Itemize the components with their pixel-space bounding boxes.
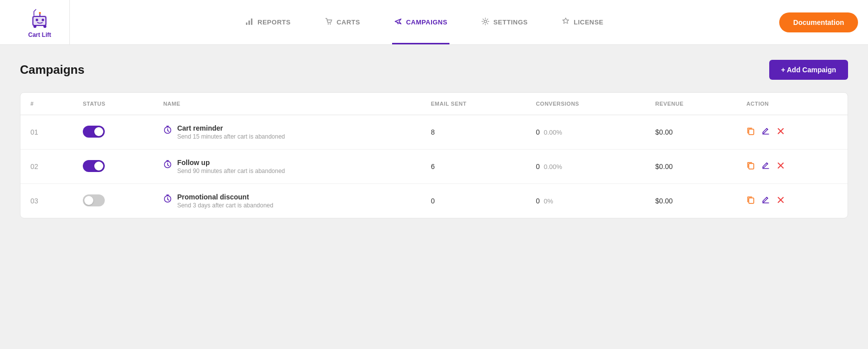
- main-content: Campaigns + Add Campaign # STATUS NAME E…: [0, 45, 868, 233]
- documentation-button[interactable]: Documentation: [779, 12, 858, 32]
- nav-links: REPORTS CARTS CAMPAIGNS: [70, 0, 779, 44]
- cell-conversions-2: 0 0%: [526, 184, 645, 218]
- svg-rect-9: [248, 20, 250, 25]
- campaign-subtitle-2: Send 3 days after cart is abandoned: [177, 202, 273, 209]
- cell-status-1: [73, 150, 153, 184]
- table-body: 01 Cart reminder Send 15: [20, 115, 848, 218]
- logo-icon: [28, 6, 52, 30]
- carts-icon: [325, 17, 333, 27]
- edit-button-1[interactable]: [761, 161, 770, 172]
- license-icon: [562, 17, 570, 27]
- svg-point-7: [43, 25, 46, 28]
- table-row: 03 Promotional discount S: [20, 184, 848, 218]
- cell-email-sent-2: 0: [421, 184, 526, 218]
- col-header-status: STATUS: [73, 93, 153, 115]
- revenue-value-1: $0.00: [655, 163, 673, 171]
- timer-icon-0: [163, 125, 172, 136]
- cell-revenue-2: $0.00: [646, 184, 737, 218]
- add-campaign-button[interactable]: + Add Campaign: [769, 60, 848, 80]
- cell-status-2: [73, 184, 153, 218]
- revenue-value-2: $0.00: [655, 197, 673, 205]
- col-header-conversions: CONVERSIONS: [526, 93, 645, 115]
- nav-item-campaigns[interactable]: CAMPAIGNS: [392, 0, 449, 44]
- cell-num-2: 03: [20, 184, 73, 218]
- cell-revenue-0: $0.00: [646, 115, 737, 150]
- cell-num-0: 01: [20, 115, 73, 150]
- nav-item-carts[interactable]: CARTS: [323, 0, 362, 44]
- campaigns-icon: [394, 17, 402, 27]
- page-title: Campaigns: [20, 63, 84, 77]
- delete-button-1[interactable]: [776, 161, 785, 172]
- conversions-pct-0: 0.00%: [544, 129, 562, 136]
- table-header: # STATUS NAME EMAIL SENT CONVERSIONS REV…: [20, 93, 848, 115]
- timer-icon-1: [163, 160, 172, 171]
- cell-action-1: [736, 150, 848, 184]
- col-header-action: ACTION: [736, 93, 848, 115]
- svg-point-6: [33, 25, 36, 28]
- cell-email-sent-0: 8: [421, 115, 526, 150]
- delete-button-0[interactable]: [776, 127, 785, 138]
- svg-point-2: [35, 18, 38, 21]
- svg-rect-10: [251, 18, 252, 25]
- settings-icon: [481, 17, 489, 27]
- table-row: 02 Follow up Send 90 minu: [20, 150, 848, 184]
- cell-num-1: 02: [20, 150, 73, 184]
- campaigns-table: # STATUS NAME EMAIL SENT CONVERSIONS REV…: [20, 93, 848, 218]
- cell-conversions-0: 0 0.00%: [526, 115, 645, 150]
- svg-point-13: [484, 20, 486, 22]
- campaign-title-0: Cart reminder: [177, 124, 285, 132]
- table-header-row: # STATUS NAME EMAIL SENT CONVERSIONS REV…: [20, 93, 848, 115]
- status-toggle-0[interactable]: [83, 126, 105, 138]
- conversions-count-2: 0: [536, 197, 540, 205]
- svg-point-12: [329, 23, 330, 24]
- col-header-revenue: REVENUE: [646, 93, 737, 115]
- top-navigation: Cart Lift REPORTS CARTS: [0, 0, 868, 45]
- svg-rect-0: [32, 15, 47, 26]
- cell-name-0: Cart reminder Send 15 minutes after cart…: [153, 115, 421, 150]
- conversions-count-0: 0: [536, 128, 540, 136]
- svg-rect-15: [749, 129, 754, 135]
- copy-button-1[interactable]: [746, 161, 755, 172]
- cell-conversions-1: 0 0.00%: [526, 150, 645, 184]
- cell-email-sent-1: 6: [421, 150, 526, 184]
- svg-rect-8: [246, 22, 247, 25]
- col-header-num: #: [20, 93, 73, 115]
- logo-text: Cart Lift: [28, 31, 51, 38]
- nav-item-reports[interactable]: REPORTS: [243, 0, 292, 44]
- nav-item-settings[interactable]: SETTINGS: [479, 0, 530, 44]
- timer-icon-2: [163, 194, 172, 205]
- cell-action-0: [736, 115, 848, 150]
- campaigns-table-container: # STATUS NAME EMAIL SENT CONVERSIONS REV…: [20, 92, 848, 218]
- svg-point-5: [39, 12, 41, 14]
- reports-icon: [245, 17, 253, 27]
- cell-revenue-1: $0.00: [646, 150, 737, 184]
- copy-button-2[interactable]: [746, 195, 755, 206]
- col-header-email-sent: EMAIL SENT: [421, 93, 526, 115]
- revenue-value-0: $0.00: [655, 128, 673, 136]
- campaign-subtitle-0: Send 15 minutes after cart is abandoned: [177, 133, 285, 140]
- copy-button-0[interactable]: [746, 127, 755, 138]
- campaign-subtitle-1: Send 90 minutes after cart is abandoned: [177, 168, 285, 174]
- svg-rect-19: [749, 164, 754, 169]
- col-header-name: NAME: [153, 93, 421, 115]
- delete-button-2[interactable]: [776, 195, 785, 206]
- svg-rect-23: [749, 198, 754, 203]
- nav-item-license[interactable]: LICENSE: [560, 0, 606, 44]
- cell-status-0: [73, 115, 153, 150]
- status-toggle-1[interactable]: [83, 160, 105, 172]
- conversions-pct-1: 0.00%: [544, 163, 562, 171]
- conversions-count-1: 0: [536, 163, 540, 171]
- campaign-title-2: Promotional discount: [177, 193, 273, 201]
- campaign-title-1: Follow up: [177, 159, 285, 167]
- page-header: Campaigns + Add Campaign: [20, 60, 848, 80]
- logo-area: Cart Lift: [10, 0, 70, 45]
- svg-point-3: [41, 18, 44, 21]
- conversions-pct-2: 0%: [544, 197, 553, 205]
- edit-button-2[interactable]: [761, 195, 770, 206]
- cell-name-1: Follow up Send 90 minutes after cart is …: [153, 150, 421, 184]
- svg-point-11: [327, 23, 328, 24]
- table-row: 01 Cart reminder Send 15: [20, 115, 848, 150]
- edit-button-0[interactable]: [761, 127, 770, 138]
- cell-name-2: Promotional discount Send 3 days after c…: [153, 184, 421, 218]
- status-toggle-2[interactable]: [83, 194, 105, 206]
